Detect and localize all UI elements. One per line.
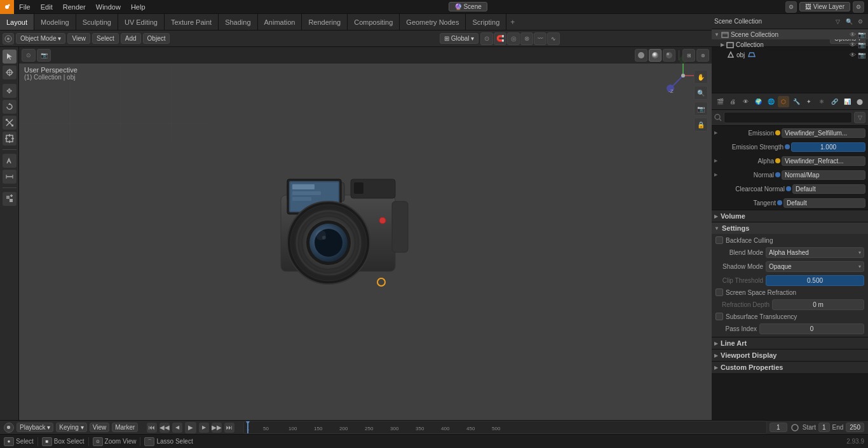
subsurface-translucency-checkbox[interactable] <box>715 313 723 320</box>
scene-settings-btn[interactable]: ⚙ <box>785 1 797 13</box>
emission-strength-value[interactable]: 1.000 <box>791 142 865 152</box>
tab-sculpting[interactable]: Sculpting <box>76 14 118 30</box>
backface-culling-checkbox[interactable] <box>715 236 723 244</box>
custom-properties-section-header[interactable]: ▶ Custom Properties <box>712 361 868 373</box>
overlay-btn[interactable]: ⊞ <box>682 49 695 62</box>
cursor-tool-btn[interactable] <box>3 65 17 79</box>
annotate-tool-btn[interactable] <box>3 154 17 168</box>
transform-tool-btn[interactable] <box>3 132 17 146</box>
vrt-move-btn[interactable]: ✋ <box>694 70 708 84</box>
keyframe-btn[interactable] <box>790 423 800 433</box>
prop-tab-render[interactable]: 🎬 <box>714 96 726 107</box>
scale-tool-btn[interactable] <box>3 116 17 130</box>
prop-tab-constraints[interactable]: 🔗 <box>829 96 840 107</box>
viewport-camera-btn[interactable]: 📷 <box>37 49 51 62</box>
transform-space-selector[interactable]: ⊞ Global ▾ <box>440 33 478 44</box>
snap-options-btn[interactable]: ⊗ <box>520 32 533 45</box>
view-layer-settings-btn[interactable]: ⚙ <box>853 1 864 13</box>
timeline-sync-btn[interactable]: ⏺ <box>4 423 14 433</box>
obj-render-icon[interactable]: 📷 <box>858 51 865 58</box>
tab-texture-paint[interactable]: Texture Paint <box>165 14 219 30</box>
collection-item[interactable]: ▶ Collection 👁 📷 <box>712 39 868 50</box>
prop-tab-particles[interactable]: ✦ <box>803 96 815 107</box>
add-menu[interactable]: Add <box>121 33 141 44</box>
emission-value[interactable]: Viewfinder_Selfillum... <box>782 128 865 138</box>
play-forward-btn[interactable]: ▶▶ <box>212 423 222 433</box>
mode-icon-btn[interactable] <box>3 33 14 44</box>
object-menu[interactable]: Object <box>143 33 170 44</box>
prop-tab-physics[interactable]: ⚛ <box>816 96 827 107</box>
vrt-camera-move-btn[interactable]: 📷 <box>694 102 708 116</box>
collection-render-icon[interactable]: 📷 <box>858 41 865 48</box>
properties-search-input[interactable] <box>724 112 852 123</box>
outliner-sync-btn[interactable]: ⚙ <box>855 17 865 27</box>
pivot-btn[interactable]: ⊙ <box>480 32 493 45</box>
tab-geometry-nodes[interactable]: Geometry Nodes <box>400 14 466 30</box>
3d-viewport[interactable]: User Perspective (1) Collection | obj Y … <box>19 47 712 420</box>
object-mode-selector[interactable]: Object Mode ▾ <box>16 33 65 44</box>
play-backward-btn[interactable]: ◀◀ <box>159 423 170 433</box>
outliner-search-btn[interactable]: 🔍 <box>844 17 854 27</box>
tab-uv-editing[interactable]: UV Editing <box>118 14 165 30</box>
add-object-btn[interactable] <box>3 192 17 206</box>
prop-tab-world[interactable]: 🌐 <box>765 96 776 107</box>
menu-help[interactable]: Help <box>126 3 151 11</box>
tab-layout[interactable]: Layout <box>0 14 34 30</box>
scene-collection-item[interactable]: ▼ Scene Collection 👁 📷 <box>712 29 868 39</box>
keying-dropdown[interactable]: Keying ▾ <box>56 423 86 432</box>
solid-shade-btn[interactable] <box>635 49 648 62</box>
view-dropdown[interactable]: View <box>90 423 110 432</box>
prop-tab-object[interactable]: ⬡ <box>778 96 789 107</box>
normal-value[interactable]: Normal/Map <box>782 170 865 180</box>
tab-add-btn[interactable]: + <box>506 18 519 27</box>
menu-render[interactable]: Render <box>58 3 91 11</box>
proportional-btn[interactable]: ◎ <box>507 32 520 45</box>
view-menu[interactable]: View <box>67 33 90 44</box>
tab-animation[interactable]: Animation <box>258 14 302 30</box>
gizmo-btn[interactable]: ⊛ <box>696 49 709 62</box>
current-frame-input[interactable]: 1 <box>770 423 787 432</box>
tab-shading[interactable]: Shading <box>219 14 257 30</box>
rotate-tool-btn[interactable] <box>3 100 17 114</box>
volume-section-header[interactable]: ▶ Volume <box>712 210 868 222</box>
prop-tab-material[interactable]: ⬤ <box>854 96 865 107</box>
scene-selector[interactable]: 🔮 Scene <box>449 2 487 11</box>
material-shade-btn[interactable] <box>649 49 661 62</box>
step-back-btn[interactable]: ◀ <box>172 423 182 433</box>
clip-threshold-value[interactable]: 0.500 <box>766 275 864 286</box>
collection-vis-icon[interactable]: 👁 <box>850 41 856 48</box>
tangent-value[interactable]: Default <box>783 198 865 208</box>
vrt-zoom-btn[interactable]: 🔍 <box>694 86 708 100</box>
clearcoat-normal-value[interactable]: Default <box>792 184 865 194</box>
scene-collection-render-icon[interactable]: 📷 <box>858 31 865 38</box>
viewport-perspective-btn[interactable]: ⊙ <box>22 49 36 62</box>
prop-tab-output[interactable]: 🖨 <box>727 96 738 107</box>
screen-space-refraction-checkbox[interactable] <box>715 288 723 296</box>
move-tool-btn[interactable]: ✥ <box>3 84 17 98</box>
refraction-depth-value[interactable]: 0 m <box>772 299 864 310</box>
prop-tab-scene[interactable]: 🌍 <box>752 96 764 107</box>
line-art-section-header[interactable]: ▶ Line Art <box>712 337 868 349</box>
tab-compositing[interactable]: Compositing <box>348 14 400 30</box>
menu-edit[interactable]: Edit <box>36 3 58 11</box>
marker-dropdown[interactable]: Marker <box>112 423 138 432</box>
pass-index-value[interactable]: 0 <box>759 323 864 334</box>
modifier-2-btn[interactable]: ∿ <box>547 32 560 45</box>
select-tool-btn[interactable] <box>3 50 17 64</box>
obj-item[interactable]: obj 👁 📷 <box>712 50 868 60</box>
vrt-lock-btn[interactable]: 🔒 <box>694 118 708 132</box>
playback-dropdown[interactable]: Playback ▾ <box>17 423 53 432</box>
modifier-1-btn[interactable]: 〰 <box>534 32 546 45</box>
skip-to-end-btn[interactable]: ⏭ <box>224 423 234 433</box>
viewport-display-section-header[interactable]: ▶ Viewport Display <box>712 349 868 361</box>
skip-to-start-btn[interactable]: ⏮ <box>147 423 157 433</box>
prop-tab-data[interactable]: 📊 <box>841 96 853 107</box>
obj-vis-icon[interactable]: 👁 <box>850 51 856 58</box>
menu-window[interactable]: Window <box>91 3 126 11</box>
menu-file[interactable]: File <box>14 3 36 11</box>
blend-mode-selector[interactable]: Alpha Hashed ▾ <box>766 247 864 258</box>
measure-tool-btn[interactable] <box>3 170 17 184</box>
prop-tab-view[interactable]: 👁 <box>740 96 751 107</box>
step-forward-btn[interactable]: ▶ <box>199 423 209 433</box>
prop-tab-modifier[interactable]: 🔧 <box>790 96 802 107</box>
